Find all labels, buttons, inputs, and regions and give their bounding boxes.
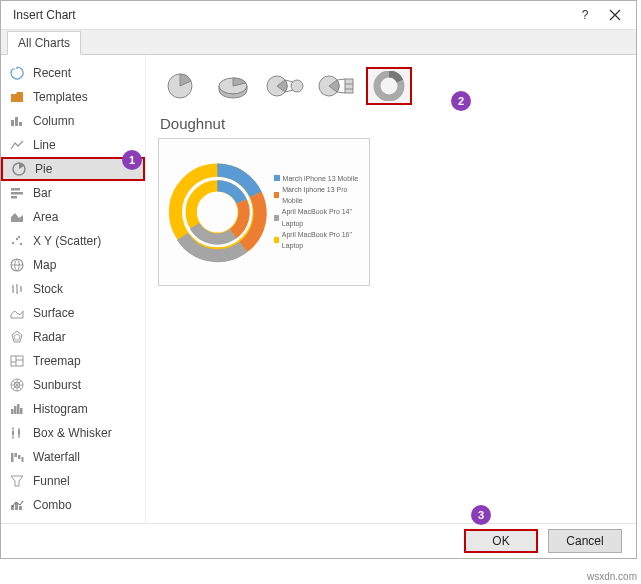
doughnut-icon <box>373 71 405 101</box>
help-button[interactable]: ? <box>570 1 600 29</box>
dialog-footer: OK Cancel <box>1 523 636 558</box>
sidebar-item-templates[interactable]: Templates <box>1 85 145 109</box>
sidebar-item-label: Waterfall <box>33 450 80 464</box>
preview-legend: March iPhone 13 Mobile March Iphone 13 P… <box>274 173 363 251</box>
surface-icon <box>9 305 25 321</box>
svg-rect-21 <box>12 431 14 435</box>
svg-point-9 <box>20 243 22 245</box>
svg-rect-25 <box>18 455 21 459</box>
tab-all-charts[interactable]: All Charts <box>7 31 81 55</box>
sidebar-item-box-whisker[interactable]: Box & Whisker <box>1 421 145 445</box>
subtype-pie-of-pie[interactable] <box>262 67 308 105</box>
cancel-button[interactable]: Cancel <box>548 529 622 553</box>
sidebar-item-label: Stock <box>33 282 63 296</box>
legend-item: April MacBook Pro 16" Laptop <box>282 229 363 251</box>
legend-item: March Iphone 13 Pro Mobile <box>282 184 363 206</box>
subtype-bar-of-pie[interactable] <box>314 67 360 105</box>
svg-point-7 <box>12 242 14 244</box>
svg-rect-2 <box>19 122 22 126</box>
svg-rect-24 <box>15 453 18 457</box>
sidebar-item-label: Funnel <box>33 474 70 488</box>
svg-rect-37 <box>345 79 353 93</box>
sunburst-icon <box>9 377 25 393</box>
pie-icon <box>165 71 197 101</box>
sidebar-item-recent[interactable]: Recent <box>1 61 145 85</box>
sidebar-item-label: Recent <box>33 66 71 80</box>
chart-preview[interactable]: March iPhone 13 Mobile March Iphone 13 P… <box>158 138 370 286</box>
svg-rect-22 <box>18 430 20 435</box>
svg-rect-29 <box>19 506 22 510</box>
callout-2: 2 <box>451 91 471 111</box>
sidebar-item-area[interactable]: Area <box>1 205 145 229</box>
svg-point-8 <box>16 238 18 240</box>
svg-rect-4 <box>11 188 20 191</box>
waterfall-icon <box>9 449 25 465</box>
svg-rect-20 <box>20 408 23 414</box>
pie-of-pie-icon <box>265 71 305 101</box>
subtype-3d-pie[interactable] <box>210 67 256 105</box>
close-icon <box>609 9 621 21</box>
subtype-doughnut[interactable] <box>366 67 412 105</box>
sidebar-item-sunburst[interactable]: Sunburst <box>1 373 145 397</box>
sidebar-item-label: Radar <box>33 330 66 344</box>
svg-rect-28 <box>15 503 18 510</box>
sidebar-item-label: Histogram <box>33 402 88 416</box>
sidebar-item-combo[interactable]: Combo <box>1 493 145 517</box>
svg-rect-6 <box>11 196 17 199</box>
sidebar-item-label: Templates <box>33 90 88 104</box>
box-whisker-icon <box>9 425 25 441</box>
recent-icon <box>9 65 25 81</box>
subtype-row <box>158 63 636 113</box>
svg-rect-17 <box>11 409 14 414</box>
dialog-title: Insert Chart <box>7 8 570 22</box>
subtype-pie[interactable] <box>158 67 204 105</box>
sidebar-item-label: Area <box>33 210 58 224</box>
svg-line-40 <box>337 79 345 80</box>
sidebar-item-label: Map <box>33 258 56 272</box>
chart-subtype-panel: Doughnut March iPhone 13 Mobile Mar <box>146 55 636 523</box>
insert-chart-dialog: Insert Chart ? All Charts Recent Templat… <box>0 0 637 559</box>
column-icon <box>9 113 25 129</box>
sidebar-item-histogram[interactable]: Histogram <box>1 397 145 421</box>
sidebar-item-funnel[interactable]: Funnel <box>1 469 145 493</box>
tab-strip: All Charts <box>1 30 636 55</box>
svg-rect-19 <box>17 404 20 414</box>
svg-rect-5 <box>11 192 23 195</box>
callout-3: 3 <box>471 505 491 525</box>
svg-rect-1 <box>15 117 18 126</box>
sidebar-item-bar[interactable]: Bar <box>1 181 145 205</box>
combo-icon <box>9 497 25 513</box>
sidebar-item-map[interactable]: Map <box>1 253 145 277</box>
scatter-icon <box>9 233 25 249</box>
doughnut-preview-icon <box>165 152 270 272</box>
svg-rect-23 <box>11 453 14 462</box>
sidebar-item-label: Line <box>33 138 56 152</box>
bar-icon <box>9 185 25 201</box>
sidebar-item-label: Surface <box>33 306 74 320</box>
ok-button[interactable]: OK <box>464 529 538 553</box>
templates-icon <box>9 89 25 105</box>
svg-rect-26 <box>22 457 24 462</box>
sidebar-item-stock[interactable]: Stock <box>1 277 145 301</box>
svg-rect-18 <box>14 406 17 414</box>
sidebar-item-radar[interactable]: Radar <box>1 325 145 349</box>
histogram-icon <box>9 401 25 417</box>
svg-rect-0 <box>11 120 14 126</box>
close-button[interactable] <box>600 1 630 29</box>
chart-category-sidebar: Recent Templates Column Line Pie Bar <box>1 55 146 523</box>
callout-1: 1 <box>122 150 142 170</box>
sidebar-item-label: Column <box>33 114 74 128</box>
stock-icon <box>9 281 25 297</box>
radar-icon <box>9 329 25 345</box>
legend-item: March iPhone 13 Mobile <box>283 173 359 184</box>
sidebar-item-treemap[interactable]: Treemap <box>1 349 145 373</box>
sidebar-item-label: Treemap <box>33 354 81 368</box>
map-icon <box>9 257 25 273</box>
line-icon <box>9 137 25 153</box>
sidebar-item-column[interactable]: Column <box>1 109 145 133</box>
titlebar: Insert Chart ? <box>1 1 636 30</box>
sidebar-item-surface[interactable]: Surface <box>1 301 145 325</box>
sidebar-item-waterfall[interactable]: Waterfall <box>1 445 145 469</box>
subtype-title: Doughnut <box>158 113 636 138</box>
sidebar-item-scatter[interactable]: X Y (Scatter) <box>1 229 145 253</box>
